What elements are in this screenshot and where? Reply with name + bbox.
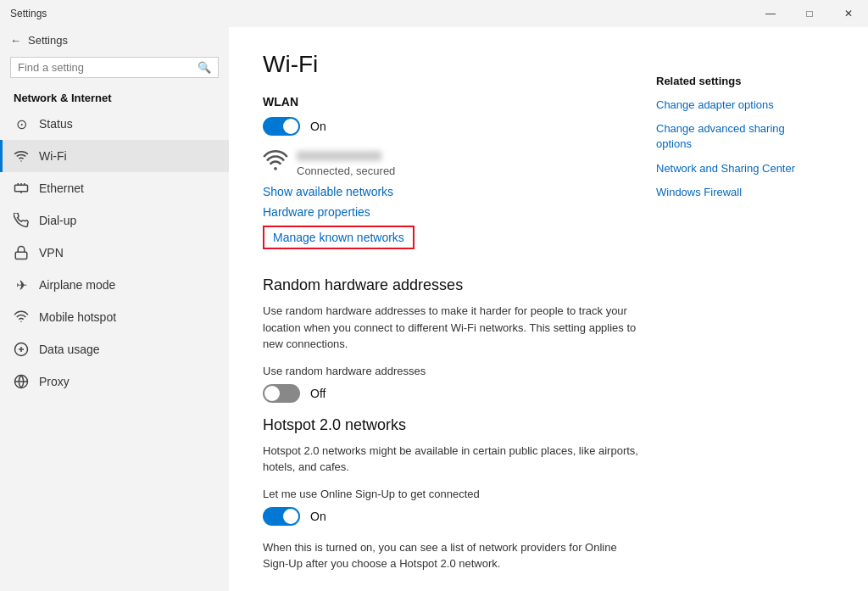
related-link-firewall[interactable]: Windows Firewall	[656, 185, 817, 200]
main-area: ← Settings 🔍 Network & Internet ⊙ Status…	[0, 27, 868, 591]
dialup-icon	[14, 213, 29, 228]
status-icon: ⊙	[14, 116, 29, 131]
hotspot-heading: Hotspot 2.0 networks	[263, 416, 639, 434]
sidebar-item-label-ethernet: Ethernet	[39, 181, 84, 195]
search-input[interactable]	[18, 61, 192, 74]
hotspot-toggle-row: On	[263, 507, 639, 526]
sidebar-item-airplane[interactable]: ✈ Airplane mode	[0, 269, 229, 301]
app-title: Settings	[10, 8, 47, 20]
sidebar-item-ethernet[interactable]: Ethernet	[0, 172, 229, 204]
random-hw-label: Use random hardware addresses	[263, 365, 639, 377]
vpn-icon	[14, 245, 29, 260]
random-hw-desc: Use random hardware addresses to make it…	[263, 303, 639, 353]
sidebar-item-label-dialup: Dial-up	[39, 214, 76, 227]
right-panel: Related settings Change adapter options …	[639, 51, 834, 584]
network-status: Connected, secured	[297, 164, 395, 177]
ethernet-icon	[14, 181, 29, 196]
airplane-icon: ✈	[14, 277, 29, 293]
maximize-button[interactable]: □	[790, 0, 829, 27]
search-box: 🔍	[10, 57, 219, 78]
page-title: Wi-Fi	[263, 51, 639, 78]
sidebar-item-proxy[interactable]: Proxy	[0, 365, 229, 398]
random-hw-toggle[interactable]	[263, 384, 300, 403]
svg-rect-2	[15, 252, 27, 259]
related-link-adapter[interactable]: Change adapter options	[656, 98, 817, 113]
wlan-toggle-label: On	[310, 120, 326, 133]
proxy-icon	[14, 374, 29, 389]
wlan-toggle-row: On	[263, 117, 639, 136]
window-controls: — □ ✕	[751, 0, 868, 27]
sidebar-item-label-hotspot: Mobile hotspot	[39, 310, 116, 324]
titlebar: Settings — □ ✕	[0, 0, 868, 27]
back-label: Settings	[28, 34, 68, 47]
wlan-label: WLAN	[263, 95, 639, 109]
connected-network: Connected, secured	[263, 149, 639, 178]
back-button[interactable]: ← Settings	[0, 27, 229, 53]
related-link-center[interactable]: Network and Sharing Center	[656, 161, 817, 176]
sidebar-section-title: Network & Internet	[0, 85, 229, 108]
hotspot-note: When this is turned on, you can see a li…	[263, 539, 639, 572]
sidebar-item-label-status: Status	[39, 117, 73, 131]
random-hw-toggle-row: Off	[263, 384, 639, 403]
svg-rect-1	[15, 185, 28, 192]
sidebar-item-label-vpn: VPN	[39, 246, 64, 259]
hotspot-icon	[14, 309, 29, 325]
related-link-sharing[interactable]: Change advanced sharing options	[656, 121, 817, 152]
show-available-networks-link[interactable]: Show available networks	[263, 185, 639, 198]
connected-wifi-icon	[263, 149, 288, 178]
hotspot-toggle[interactable]	[263, 507, 300, 526]
sidebar-item-dialup[interactable]: Dial-up	[0, 204, 229, 237]
hotspot-toggle-text: On	[310, 510, 326, 523]
sidebar-item-label-proxy: Proxy	[39, 375, 70, 388]
sidebar-item-status[interactable]: ⊙ Status	[0, 108, 229, 140]
manage-known-networks-link[interactable]: Manage known networks	[273, 231, 404, 244]
svg-point-0	[20, 160, 22, 162]
sidebar: ← Settings 🔍 Network & Internet ⊙ Status…	[0, 27, 229, 591]
network-name-blurred	[297, 151, 381, 161]
sidebar-item-wifi[interactable]: Wi-Fi	[0, 140, 229, 172]
content-inner: Wi-Fi WLAN On	[263, 51, 834, 584]
sidebar-item-label-airplane: Airplane mode	[39, 278, 115, 292]
wifi-icon	[14, 148, 29, 164]
sidebar-item-label-wifi: Wi-Fi	[39, 149, 67, 163]
datausage-icon	[14, 342, 29, 357]
sidebar-item-vpn[interactable]: VPN	[0, 237, 229, 269]
wlan-toggle[interactable]	[263, 117, 300, 136]
back-icon: ←	[10, 34, 21, 47]
search-icon: 🔍	[198, 61, 211, 74]
sidebar-item-datausage[interactable]: Data usage	[0, 333, 229, 365]
manage-known-box: Manage known networks	[263, 226, 415, 249]
content-main: Wi-Fi WLAN On	[263, 51, 639, 584]
minimize-button[interactable]: —	[751, 0, 790, 27]
sidebar-item-label-datausage: Data usage	[39, 343, 100, 356]
svg-point-6	[274, 167, 277, 170]
random-hw-toggle-label: Off	[310, 387, 326, 400]
network-info: Connected, secured	[297, 151, 395, 177]
close-button[interactable]: ✕	[829, 0, 868, 27]
random-hw-heading: Random hardware addresses	[263, 276, 639, 294]
svg-point-3	[20, 321, 22, 323]
sidebar-item-hotspot[interactable]: Mobile hotspot	[0, 301, 229, 333]
hotspot-toggle-label: Let me use Online Sign-Up to get connect…	[263, 488, 639, 500]
hotspot-desc: Hotspot 2.0 networks might be available …	[263, 443, 639, 476]
content-area: Wi-Fi WLAN On	[229, 27, 868, 591]
hardware-properties-link[interactable]: Hardware properties	[263, 205, 639, 219]
related-settings-title: Related settings	[656, 75, 817, 87]
